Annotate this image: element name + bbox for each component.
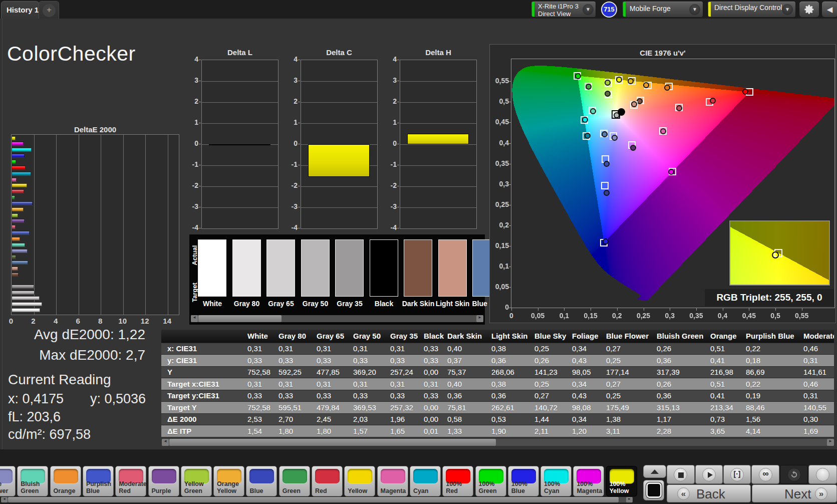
swatch-scrollbar-thumb[interactable] <box>198 315 282 322</box>
patch-window-button[interactable] <box>643 480 664 500</box>
patch-scrollbar-thumb[interactable] <box>8 497 619 502</box>
patch-button-Blue[interactable]: Blue <box>246 466 277 496</box>
x-tick-label: 0 <box>1 317 21 325</box>
back-button[interactable]: « Back <box>667 484 751 502</box>
single-measure-button[interactable]: [·] <box>723 465 751 484</box>
scroll-right-icon[interactable]: ► <box>827 439 834 446</box>
patch-button-Cyan[interactable]: Cyan <box>410 466 441 496</box>
refresh-button[interactable] <box>780 465 808 484</box>
patch-button-Blue Flower[interactable]: Blue Flower <box>0 466 16 496</box>
table-cell: 1,56 <box>745 413 802 425</box>
meter-selector-x-rite[interactable]: X-Rite i1Pro 3 Direct View ▼ <box>531 1 596 18</box>
row-header: x: CIE31 <box>161 343 246 355</box>
deltae-bar-Purple <box>12 219 25 223</box>
rgb-triplet-readout: RGB Triplet: 255, 255, 0 <box>705 289 834 306</box>
scroll-left-icon[interactable]: ◄ <box>191 315 198 322</box>
table-scrollbar-thumb[interactable] <box>169 439 496 446</box>
next-button[interactable]: Next » <box>752 484 837 502</box>
patch-button-Yellow Green[interactable]: Yellow Green <box>181 466 212 496</box>
swatch-scrollbar[interactable]: ◄ ► <box>191 315 483 322</box>
table-cell: 0,34 <box>571 378 605 390</box>
table-cell: 213,34 <box>709 402 745 414</box>
patch-button-Purple[interactable]: Purple <box>148 466 179 496</box>
y-tick-mark <box>397 81 399 81</box>
continuous-measure-button[interactable]: ∞ <box>751 465 779 484</box>
patch-strip-scrollbar[interactable]: ◄ ► <box>1 497 633 502</box>
patch-button-Green[interactable]: Green <box>279 466 310 496</box>
deltae2000-bar-chart <box>11 134 179 315</box>
table-cell: 0,38 <box>490 343 533 355</box>
patch-button-100% Cyan[interactable]: 100% Cyan <box>540 466 572 496</box>
deltae-bar-Yellow <box>12 183 27 187</box>
deltae-bar-Cyan <box>12 172 31 176</box>
tab-history-1[interactable]: History 1 <box>1 1 39 19</box>
cie-x-tick-label: 0,15 <box>580 312 602 320</box>
stop-button[interactable] <box>667 465 695 484</box>
swatch-label: Gray 80 <box>229 300 264 308</box>
deltae-bar-100% Red <box>12 166 26 170</box>
delta_h-title: Delta H <box>385 48 492 57</box>
settings-button[interactable] <box>799 1 819 18</box>
column-header-Blue Flower: Blue Flower <box>605 330 656 343</box>
chevron-down-icon[interactable]: ▼ <box>689 4 700 15</box>
y-tick-label: 4 <box>183 55 198 63</box>
chevron-down-icon[interactable]: ▼ <box>782 4 793 15</box>
table-cell: 268,06 <box>490 366 533 378</box>
table-cell: 175,49 <box>605 402 656 414</box>
deltae-bar-Orange <box>12 237 20 241</box>
delta_h-bar <box>407 134 469 144</box>
table-cell: 1,65 <box>389 425 423 437</box>
table-cell: 1,57 <box>352 425 389 437</box>
display-control-selector[interactable]: Direct Display Control ▼ <box>707 1 796 18</box>
swatch-label: Gray 50 <box>298 300 333 308</box>
y-tick-mark <box>298 144 300 144</box>
play-button[interactable] <box>695 465 723 484</box>
deltae-bar-Blue <box>12 201 33 205</box>
table-cell: 479,84 <box>316 402 352 414</box>
table-cell: 0,33 <box>277 355 316 367</box>
patch-button-Orange Yellow[interactable]: Orange Yellow <box>213 466 244 496</box>
y-tick-mark <box>397 102 399 102</box>
scroll-right-icon[interactable]: ► <box>476 315 483 322</box>
left-arrow-icon: ◀ <box>827 5 833 14</box>
patch-button-100% Magenta[interactable]: 100% Magenta <box>573 466 604 496</box>
patch-button-Purplish Blue[interactable]: Purplish Blue <box>83 466 114 496</box>
patch-button-label: Blue <box>249 487 276 494</box>
y-tick-mark <box>199 165 201 165</box>
cie-y-tick-mark <box>509 81 511 82</box>
cie-x-tick-mark <box>723 308 723 311</box>
source-selector-mobile-forge[interactable]: Mobile Forge ▼ <box>622 1 703 18</box>
patch-button-Bluish Green[interactable]: Bluish Green <box>17 466 48 496</box>
table-cell: 0,41 <box>709 355 745 367</box>
cie-x-tick-mark <box>670 308 670 311</box>
deltae-bar-100% Magenta <box>12 142 24 146</box>
y-tick-label: -4 <box>283 223 298 231</box>
patch-button-100% Green[interactable]: 100% Green <box>475 466 506 496</box>
scroll-right-icon[interactable]: ► <box>626 497 633 502</box>
table-cell: 477,85 <box>316 366 352 378</box>
patch-button-100% Red[interactable]: 100% Red <box>442 466 473 496</box>
extra-button[interactable] <box>808 465 837 484</box>
cie-x-tick-label: 0,5 <box>764 312 786 320</box>
patch-button-label: Yellow <box>348 487 375 494</box>
patch-button-Red[interactable]: Red <box>312 466 343 496</box>
measurement-count-badge[interactable]: 715 <box>601 2 617 18</box>
cie-measured-Magenta <box>660 128 666 134</box>
patch-button-label: Blue Flower <box>0 480 15 494</box>
new-tab-button[interactable]: + <box>39 1 59 19</box>
scroll-left-icon[interactable]: ◄ <box>1 497 8 502</box>
strip-expand-button[interactable] <box>643 465 666 478</box>
patch-button-Yellow[interactable]: Yellow <box>344 466 375 496</box>
patch-button-100% Yellow[interactable]: 100% Yellow <box>606 466 637 496</box>
patch-button-Moderate Red[interactable]: Moderate Red <box>115 466 146 496</box>
patch-button-label: 100% Blue <box>511 480 538 494</box>
scroll-left-icon[interactable]: ◄ <box>162 439 169 446</box>
patch-button-Magenta[interactable]: Magenta <box>377 466 408 496</box>
chevron-down-icon[interactable]: ▼ <box>583 4 594 15</box>
patch-button-100% Blue[interactable]: 100% Blue <box>508 466 539 496</box>
collapse-panel-button[interactable]: ◀ <box>821 1 837 18</box>
deltae-bar-Gray 35 <box>12 285 34 289</box>
cie-y-tick-mark <box>509 267 511 267</box>
patch-button-Orange[interactable]: Orange <box>50 466 81 496</box>
table-scrollbar[interactable]: ◄ ► <box>162 439 834 446</box>
